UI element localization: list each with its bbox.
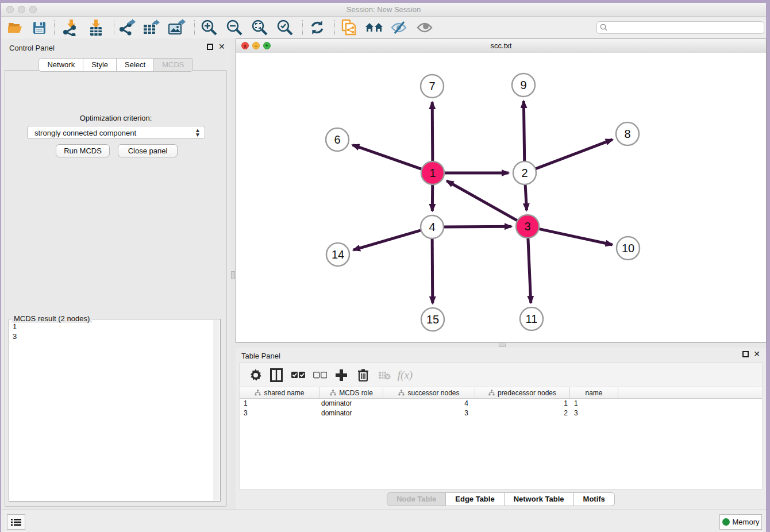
column-header-successor-nodes[interactable]: successor nodes bbox=[383, 387, 475, 398]
shared-column-icon bbox=[488, 390, 495, 396]
zoom-selected-button[interactable] bbox=[275, 18, 295, 37]
zoom-out-button[interactable] bbox=[225, 18, 244, 37]
network-graph[interactable]: 7968124314101511 bbox=[236, 53, 766, 342]
export-image-icon bbox=[168, 19, 186, 36]
zoom-fit-button[interactable] bbox=[250, 18, 270, 37]
close-table-panel-icon[interactable]: ✕ bbox=[753, 350, 760, 358]
zoom-in-button[interactable] bbox=[199, 18, 219, 37]
close-panel-button[interactable]: Close panel bbox=[118, 144, 178, 157]
cell-mcds-role[interactable]: dominator bbox=[320, 408, 383, 418]
cell-shared-name[interactable]: 1 bbox=[240, 399, 320, 408]
function-builder-button[interactable]: f(x) bbox=[396, 366, 414, 384]
tab-edge-table[interactable]: Edge Table bbox=[446, 492, 504, 506]
cell-shared-name[interactable]: 3 bbox=[240, 408, 320, 418]
graph-edge-3-11[interactable] bbox=[528, 237, 531, 303]
graph-node-7[interactable]: 7 bbox=[421, 75, 444, 98]
table-row[interactable]: 1 dominator 4 1 1 bbox=[240, 399, 762, 408]
graph-edge-4-3[interactable] bbox=[442, 226, 511, 227]
column-header-predecessor-nodes[interactable]: predecessor nodes bbox=[475, 387, 570, 398]
delete-table-icon bbox=[378, 371, 391, 380]
network-window-titlebar[interactable]: x − + scc.txt bbox=[236, 39, 766, 53]
column-header-mcds-role[interactable]: MCDS role bbox=[320, 387, 383, 398]
cell-successor-nodes[interactable]: 4 bbox=[383, 399, 475, 408]
duplicate-network-button[interactable] bbox=[339, 18, 359, 37]
open-file-button[interactable] bbox=[5, 18, 25, 37]
graph-edge-1-6[interactable] bbox=[352, 145, 423, 169]
tab-style[interactable]: Style bbox=[83, 58, 117, 72]
vertical-splitter[interactable] bbox=[230, 38, 236, 510]
tab-mcds[interactable]: MCDS bbox=[154, 58, 192, 72]
refresh-icon bbox=[310, 20, 325, 35]
hide-selected-button[interactable] bbox=[389, 18, 409, 37]
graph-edge-2-3[interactable] bbox=[525, 183, 527, 210]
cell-predecessor-nodes[interactable]: 1 bbox=[475, 399, 570, 408]
graph-node-9[interactable]: 9 bbox=[512, 74, 535, 97]
deselect-all-button[interactable] bbox=[311, 366, 329, 384]
float-panel-icon[interactable] bbox=[207, 44, 213, 50]
graph-node-14[interactable]: 14 bbox=[326, 243, 349, 266]
graph-edge-2-9[interactable] bbox=[523, 101, 524, 163]
add-column-button[interactable] bbox=[332, 366, 351, 384]
refresh-button[interactable] bbox=[307, 18, 327, 37]
criterion-dropdown[interactable]: strongly connected component ▲▼ bbox=[27, 126, 205, 139]
column-header-name[interactable]: name bbox=[570, 387, 618, 398]
column-label: successor nodes bbox=[407, 389, 459, 397]
table-settings-button[interactable] bbox=[247, 366, 265, 384]
tab-select[interactable]: Select bbox=[117, 58, 154, 72]
tab-node-table[interactable]: Node Table bbox=[387, 492, 446, 506]
result-scrollbar[interactable] bbox=[213, 320, 220, 500]
mcds-result-text[interactable]: 1 3 bbox=[13, 322, 17, 341]
tab-motifs[interactable]: Motifs bbox=[574, 492, 615, 506]
save-floppy-icon bbox=[33, 21, 46, 34]
graph-node-15[interactable]: 15 bbox=[421, 308, 444, 331]
cell-predecessor-nodes[interactable]: 2 bbox=[475, 408, 570, 418]
tab-network-table[interactable]: Network Table bbox=[505, 492, 574, 506]
export-image-button[interactable] bbox=[167, 18, 187, 37]
graph-edge-3-1[interactable] bbox=[446, 181, 518, 221]
search-input[interactable] bbox=[610, 22, 761, 33]
memory-button[interactable]: Memory bbox=[719, 514, 762, 530]
search-field[interactable] bbox=[596, 21, 764, 34]
export-table-button[interactable] bbox=[142, 18, 161, 37]
cell-successor-nodes[interactable]: 3 bbox=[383, 408, 475, 418]
select-all-button[interactable] bbox=[289, 366, 307, 384]
save-session-button[interactable] bbox=[29, 18, 49, 37]
show-all-button[interactable] bbox=[415, 18, 434, 37]
close-panel-icon[interactable]: ✕ bbox=[218, 43, 225, 51]
float-table-panel-icon[interactable] bbox=[742, 351, 749, 357]
delete-table-button[interactable] bbox=[375, 366, 394, 384]
splitter-handle[interactable] bbox=[499, 344, 506, 347]
export-network-button[interactable] bbox=[118, 18, 137, 37]
graph-node-6[interactable]: 6 bbox=[326, 128, 349, 151]
first-neighbors-button[interactable] bbox=[364, 18, 384, 37]
graph-node-10[interactable]: 10 bbox=[617, 237, 640, 260]
tab-network[interactable]: Network bbox=[38, 58, 83, 72]
node-table: shared name MCDS role successor nodes pr… bbox=[239, 387, 763, 489]
import-network-button[interactable] bbox=[61, 18, 80, 37]
window-title: Session: New Session bbox=[1, 5, 766, 14]
graph-node-1[interactable]: 1 bbox=[421, 161, 444, 184]
splitter-handle[interactable] bbox=[231, 271, 235, 279]
graph-edge-4-15[interactable] bbox=[432, 237, 433, 303]
graph-edge-4-14[interactable] bbox=[353, 230, 422, 250]
horizontal-splitter[interactable] bbox=[236, 343, 766, 348]
graph-edge-1-7[interactable] bbox=[432, 102, 433, 163]
cell-name[interactable]: 3 bbox=[570, 408, 618, 418]
cell-name[interactable]: 1 bbox=[570, 399, 618, 408]
graph-edge-2-8[interactable] bbox=[534, 140, 613, 169]
graph-edge-3-10[interactable] bbox=[538, 229, 613, 245]
graph-node-4[interactable]: 4 bbox=[421, 215, 444, 238]
graph-node-8[interactable]: 8 bbox=[616, 122, 639, 145]
table-row[interactable]: 3 dominator 3 2 3 bbox=[240, 408, 762, 418]
status-menu-button[interactable] bbox=[7, 514, 25, 530]
column-header-shared-name[interactable]: shared name bbox=[240, 387, 320, 398]
delete-column-button[interactable] bbox=[354, 366, 372, 384]
graph-node-11[interactable]: 11 bbox=[520, 307, 543, 330]
run-mcds-button[interactable]: Run MCDS bbox=[56, 144, 110, 157]
graph-node-3[interactable]: 3 bbox=[516, 215, 539, 238]
graph-node-2[interactable]: 2 bbox=[513, 161, 536, 184]
show-columns-button[interactable] bbox=[267, 366, 286, 384]
import-table-button[interactable] bbox=[86, 18, 106, 37]
graph-edge-1-4[interactable] bbox=[432, 183, 433, 211]
cell-mcds-role[interactable]: dominator bbox=[320, 399, 383, 408]
